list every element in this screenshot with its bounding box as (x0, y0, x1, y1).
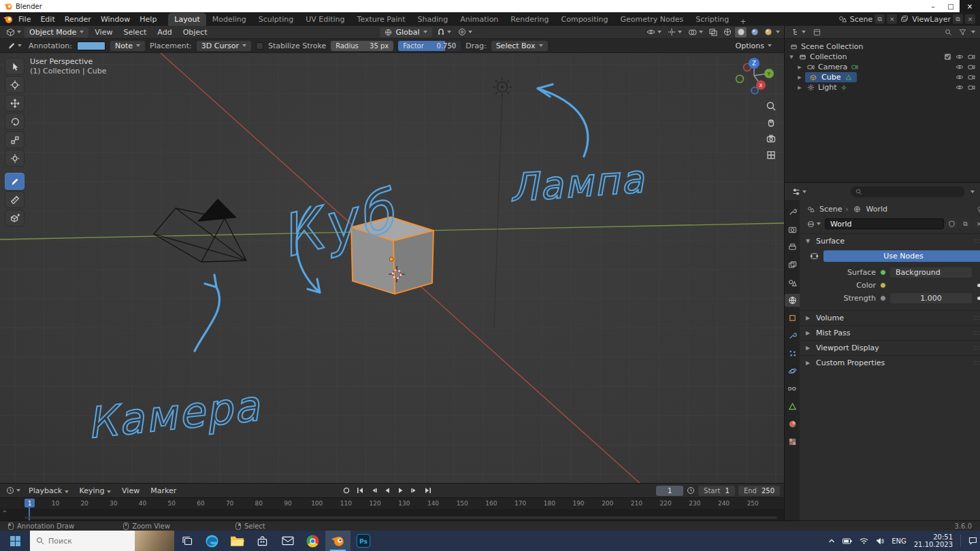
start-button[interactable] (0, 531, 30, 551)
annotation-layer-dropdown[interactable]: Note (110, 41, 145, 51)
properties-options-caret[interactable] (970, 190, 975, 193)
frame-end-field[interactable]: End250 (738, 486, 780, 496)
language-indicator[interactable]: ENG (892, 537, 906, 545)
options-dropdown[interactable]: Options (736, 41, 779, 50)
radius-slider[interactable]: Radius35 px (331, 41, 393, 51)
view-layer-selector[interactable]: ViewLayer (912, 15, 951, 24)
breadcrumb-world[interactable]: World (866, 205, 888, 214)
action-center-icon[interactable] (968, 537, 977, 545)
close-button[interactable]: × (960, 0, 980, 12)
tab-output-icon[interactable] (785, 241, 800, 254)
strength-value-field[interactable]: 1.000 (890, 293, 972, 303)
expand-arrow-icon[interactable]: ▶ (796, 75, 803, 80)
surface-panel-header[interactable]: ▼ Surface :::: (800, 233, 980, 248)
mist-pass-panel-header[interactable]: ▶ Mist Pass :::: (800, 325, 980, 340)
tab-scene-icon[interactable] (785, 276, 800, 289)
maximize-button[interactable]: □ (942, 0, 960, 12)
volume-panel-header[interactable]: ▶ Volume :::: (800, 310, 980, 325)
tab-compositing[interactable]: Compositing (555, 13, 615, 26)
expand-arrow-icon[interactable]: ▶ (796, 65, 803, 70)
menu-view[interactable]: View (90, 27, 117, 38)
mail-app-icon[interactable] (275, 531, 300, 551)
unlink-scene-button[interactable]: × (887, 14, 897, 24)
auto-keying-button[interactable] (340, 486, 352, 495)
jump-to-start-button[interactable] (354, 486, 365, 495)
tab-modeling[interactable]: Modeling (206, 13, 252, 26)
render-visibility-camera-icon[interactable] (968, 54, 975, 60)
timeline-scrollbar[interactable] (24, 516, 777, 519)
tab-material-icon[interactable] (785, 418, 800, 431)
tab-uv-editing[interactable]: UV Editing (299, 13, 350, 26)
toggle-xray-icon[interactable] (707, 29, 719, 36)
camera-view-icon[interactable] (766, 133, 777, 144)
outliner-row-collection[interactable]: ▼ Collection (785, 52, 980, 62)
breadcrumb-scene[interactable]: Scene (819, 205, 843, 214)
snap-magnet-icon[interactable] (435, 28, 453, 36)
shading-solid-button[interactable] (735, 27, 747, 37)
file-explorer-app-icon[interactable] (225, 531, 250, 551)
strength-socket-icon[interactable] (880, 295, 886, 301)
remove-view-layer-button[interactable]: × (965, 14, 975, 24)
outliner-filter-icon[interactable] (957, 27, 968, 37)
tab-view-layer-icon[interactable] (785, 258, 800, 271)
pin-icon[interactable] (974, 204, 980, 214)
outliner-display-mode-icon[interactable] (811, 27, 822, 37)
photoshop-app-icon[interactable]: Ps (350, 531, 376, 551)
minimize-button[interactable]: – (924, 0, 942, 12)
edge-app-icon[interactable] (199, 531, 225, 551)
menu-window[interactable]: Window (96, 14, 135, 25)
menu-file[interactable]: File (14, 14, 35, 25)
tab-shading[interactable]: Shading (412, 13, 455, 26)
tab-texture-paint[interactable]: Texture Paint (351, 13, 412, 26)
collection-checkbox[interactable] (944, 53, 951, 61)
render-visibility-camera-icon[interactable] (968, 84, 975, 90)
zoom-icon[interactable] (766, 101, 777, 112)
tab-rendering[interactable]: Rendering (504, 13, 555, 26)
viewport-canvas[interactable]: Куб Лампа Камера User Perspective (1) Co… (0, 53, 784, 483)
tab-render-icon[interactable] (785, 223, 800, 236)
shading-material-preview-button[interactable] (749, 27, 760, 37)
show-overlays-dropdown[interactable] (686, 29, 705, 36)
menu-view-timeline[interactable]: View (117, 485, 144, 497)
factor-slider[interactable]: Factor0.750 (398, 41, 461, 51)
outliner-row-camera[interactable]: ▶ Camera (785, 62, 980, 72)
timeline-expand-chevron[interactable]: ^ (2, 510, 7, 516)
expand-arrow-icon[interactable]: ▶ (796, 85, 803, 90)
active-tool-icon[interactable] (5, 41, 24, 50)
tab-physics-icon[interactable] (785, 365, 800, 378)
use-nodes-button[interactable]: Use Nodes (823, 250, 980, 262)
shading-dropdown-caret[interactable] (776, 31, 780, 33)
editor-type-properties-icon[interactable] (790, 188, 808, 196)
gizmo-neg-y-ball[interactable] (736, 76, 744, 83)
tray-volume-icon[interactable] (876, 537, 884, 545)
eye-icon[interactable] (956, 74, 964, 80)
tab-scripting[interactable]: Scripting (689, 13, 735, 26)
jump-to-end-button[interactable] (422, 486, 434, 495)
store-app-icon[interactable] (250, 531, 275, 551)
blender-menu-icon[interactable] (3, 14, 14, 24)
menu-marker[interactable]: Marker (146, 485, 181, 497)
editor-type-3d-viewport-icon[interactable] (4, 28, 23, 37)
menu-select[interactable]: Select (118, 27, 151, 38)
use-preview-range-icon[interactable] (687, 486, 695, 495)
search-input[interactable] (48, 537, 123, 546)
color-animate-dot[interactable] (977, 284, 980, 287)
blender-app-taskbar-icon[interactable] (325, 531, 350, 551)
tool-select-box[interactable] (5, 58, 24, 75)
menu-playback[interactable]: Playback (24, 485, 74, 497)
eye-icon[interactable] (956, 84, 964, 90)
scene-selector[interactable]: Scene (850, 15, 873, 24)
chrome-app-icon[interactable] (300, 531, 325, 551)
drag-dropdown[interactable]: Select Box (491, 41, 548, 51)
fake-user-shield-icon[interactable] (946, 218, 958, 229)
tray-chevron-icon[interactable] (828, 538, 835, 544)
gizmo-neg-z-ball[interactable] (751, 87, 758, 94)
tool-annotate[interactable] (5, 173, 24, 190)
tool-cursor[interactable] (5, 76, 24, 93)
taskbar-clock[interactable]: 20:51 21.10.2023 (914, 533, 953, 548)
timeline-ruler[interactable]: 1 11020304050607080901001101201301401501… (0, 497, 784, 509)
tab-constraints-icon[interactable] (785, 382, 800, 395)
menu-keying[interactable]: Keying (75, 485, 116, 497)
add-workspace-button[interactable]: + (735, 17, 751, 26)
search-promo-image[interactable] (135, 531, 174, 551)
